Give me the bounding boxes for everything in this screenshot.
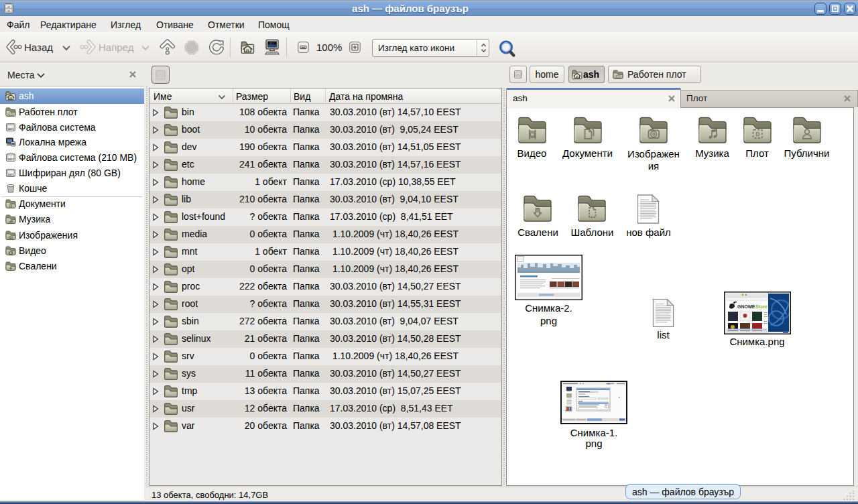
svg-text:Store: Store bbox=[755, 304, 768, 309]
svg-text:GNOME: GNOME bbox=[737, 304, 755, 309]
svg-text:D: D bbox=[755, 131, 759, 137]
